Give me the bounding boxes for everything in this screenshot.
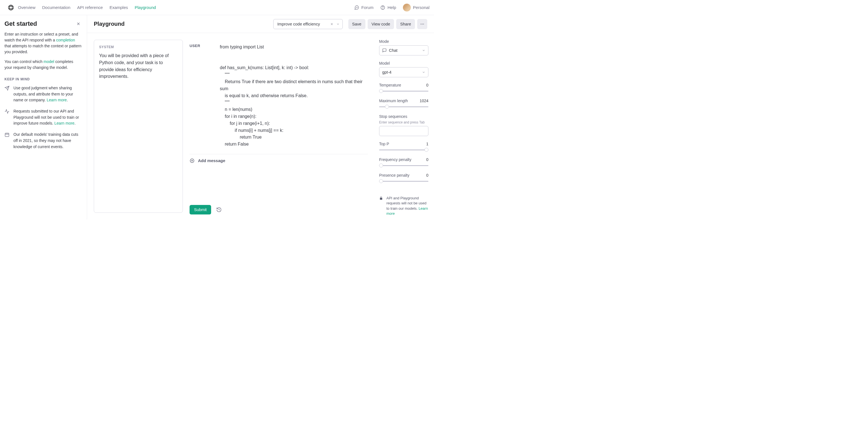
more-menu-button[interactable] <box>417 19 427 29</box>
topp-value: 1 <box>426 142 428 146</box>
keep-item: Our default models' training data cuts o… <box>4 132 82 150</box>
chat-panel: USER from typing import List def has_sum… <box>183 33 375 220</box>
keep-item: Requests submitted to our API and Playgr… <box>4 108 82 127</box>
activity-icon <box>4 109 10 127</box>
avatar <box>403 4 411 11</box>
nav-documentation[interactable]: Documentation <box>42 5 70 10</box>
stop-label: Stop sequences <box>379 114 428 119</box>
system-panel[interactable]: SYSTEM You will be provided with a piece… <box>94 40 183 213</box>
submit-button[interactable]: Submit <box>190 205 211 215</box>
learn-more-link[interactable]: Learn more <box>54 121 74 125</box>
chevron-down-icon <box>422 70 425 74</box>
view-code-button[interactable]: View code <box>368 19 394 29</box>
forum-link[interactable]: Forum <box>354 5 374 10</box>
chat-icon <box>382 48 387 53</box>
playground-header: Playground Improve code efficiency Save … <box>87 15 434 33</box>
stop-sublabel: Enter sequence and press Tab <box>379 120 428 124</box>
freq-value: 0 <box>426 157 428 162</box>
temperature-slider[interactable] <box>379 89 428 93</box>
clear-preset-icon[interactable] <box>329 22 335 26</box>
chevron-down-icon <box>336 22 340 26</box>
maxlen-slider[interactable] <box>379 105 428 108</box>
completion-link[interactable]: completion <box>56 38 75 42</box>
topnav-right: Forum Help Personal <box>354 4 430 11</box>
svg-point-7 <box>421 24 421 24</box>
send-icon <box>4 86 10 103</box>
help-link[interactable]: Help <box>380 5 396 10</box>
page-title: Playground <box>94 21 125 27</box>
nav-examples[interactable]: Examples <box>110 5 128 10</box>
learn-more-link[interactable]: Learn more <box>47 98 67 102</box>
add-message-button[interactable]: Add message <box>190 154 368 167</box>
help-icon <box>380 5 385 10</box>
preset-value: Improve code efficiency <box>277 22 329 26</box>
nav-links: Overview Documentation API reference Exa… <box>18 5 156 10</box>
model-label: Model <box>379 61 428 65</box>
intro-para-2: You can control which model completes yo… <box>4 59 82 70</box>
svg-point-5 <box>382 8 383 9</box>
model-link[interactable]: model <box>44 59 54 64</box>
ellipsis-icon <box>420 22 425 26</box>
save-button[interactable]: Save <box>348 19 365 29</box>
svg-point-0 <box>8 5 13 10</box>
share-button[interactable]: Share <box>396 19 415 29</box>
topp-label: Top P <box>379 142 389 146</box>
logo[interactable] <box>4 4 18 11</box>
preset-select[interactable]: Improve code efficiency <box>273 19 343 29</box>
intro-para-1: Enter an instruction or select a preset,… <box>4 31 82 55</box>
get-started-title: Get started <box>4 20 37 27</box>
close-icon[interactable] <box>75 21 82 27</box>
maxlen-label: Maximum length <box>379 99 408 103</box>
model-value: gpt-4 <box>382 70 422 74</box>
svg-point-8 <box>422 24 423 24</box>
stop-input[interactable] <box>379 126 428 136</box>
top-nav: Overview Documentation API reference Exa… <box>0 0 434 15</box>
system-text[interactable]: You will be provided with a piece of Pyt… <box>99 52 178 80</box>
account-menu[interactable]: Personal <box>403 4 430 11</box>
temperature-value: 0 <box>426 83 428 87</box>
role-label[interactable]: USER <box>190 44 220 148</box>
mode-value: Chat <box>389 48 422 53</box>
svg-point-9 <box>423 24 424 24</box>
mode-label: Mode <box>379 39 428 44</box>
svg-rect-6 <box>5 133 9 137</box>
add-message-label: Add message <box>198 158 225 163</box>
pres-slider[interactable] <box>379 179 428 183</box>
nav-overview[interactable]: Overview <box>18 5 36 10</box>
get-started-panel: Get started Enter an instruction or sele… <box>0 15 87 220</box>
temperature-label: Temperature <box>379 83 401 87</box>
chat-bubble-icon <box>354 5 359 10</box>
mode-select[interactable]: Chat <box>379 45 428 56</box>
forum-label: Forum <box>362 5 374 10</box>
chevron-down-icon <box>422 49 425 52</box>
freq-slider[interactable] <box>379 163 428 167</box>
nav-api-reference[interactable]: API reference <box>77 5 103 10</box>
nav-playground[interactable]: Playground <box>135 5 156 10</box>
pres-label: Presence penalty <box>379 173 409 178</box>
freq-label: Frequency penalty <box>379 157 411 162</box>
help-label: Help <box>388 5 396 10</box>
system-label: SYSTEM <box>99 45 178 49</box>
account-label: Personal <box>413 5 430 10</box>
message-content[interactable]: from typing import List def has_sum_k(nu… <box>220 44 368 148</box>
pres-value: 0 <box>426 173 428 178</box>
history-button[interactable] <box>216 207 222 213</box>
maxlen-value: 1024 <box>420 99 428 103</box>
privacy-footer: API and Playground requests will not be … <box>379 196 428 216</box>
keep-in-mind-label: KEEP IN MIND <box>4 77 82 81</box>
lock-icon <box>379 196 383 216</box>
settings-panel: Mode Chat Model gpt-4 Te <box>375 33 434 220</box>
message-row[interactable]: USER from typing import List def has_sum… <box>190 40 368 154</box>
plus-circle-icon <box>190 158 195 163</box>
calendar-icon <box>4 132 10 150</box>
keep-item: Use good judgment when sharing outputs, … <box>4 85 82 103</box>
model-select[interactable]: gpt-4 <box>379 67 428 77</box>
topp-slider[interactable] <box>379 148 428 152</box>
